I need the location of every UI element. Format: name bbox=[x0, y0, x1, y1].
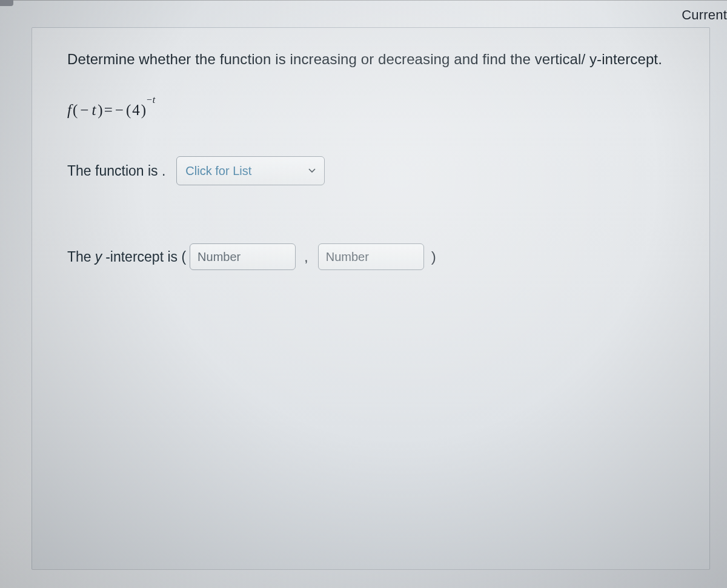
intercept-x-input[interactable]: Number bbox=[190, 243, 296, 270]
intercept-y-placeholder: Number bbox=[326, 250, 369, 264]
current-label: Current bbox=[682, 7, 727, 23]
question-panel: Determine whether the function is increa… bbox=[32, 27, 710, 570]
formula-eq: = bbox=[104, 102, 113, 119]
formula-exp-var: t bbox=[153, 94, 155, 105]
function-behavior-row: The function is . Click for List bbox=[67, 156, 680, 185]
intercept-y: y bbox=[95, 249, 102, 265]
intercept-suffix: ) bbox=[428, 248, 440, 265]
formula-base-rpar: ) bbox=[141, 102, 146, 118]
formula-neg-rhs: − bbox=[114, 102, 125, 119]
question-formula: f ( − t ) = − ( 4 ) −t bbox=[67, 102, 680, 119]
function-behavior-label: The function is . bbox=[67, 163, 165, 179]
behavior-dropdown-placeholder: Click for List bbox=[185, 164, 251, 178]
formula-exp-neg: − bbox=[146, 94, 153, 105]
intercept-prefix-a: The bbox=[67, 249, 91, 265]
formula-exponent: −t bbox=[146, 94, 155, 105]
formula-fn: f bbox=[67, 102, 71, 119]
formula-rpar: ) bbox=[98, 102, 102, 119]
intercept-prefix-b: -intercept is ( bbox=[105, 249, 186, 265]
formula-neg-arg: − bbox=[79, 102, 90, 119]
formula-base: 4 bbox=[132, 102, 140, 119]
question-prompt: Determine whether the function is increa… bbox=[67, 50, 680, 69]
panel-top-border bbox=[0, 0, 727, 1]
behavior-dropdown[interactable]: Click for List bbox=[176, 156, 325, 185]
y-intercept-row: The y -intercept is ( Number , Number ) bbox=[67, 243, 680, 270]
formula-var: t bbox=[91, 102, 96, 119]
formula-base-lpar: ( bbox=[126, 102, 131, 119]
formula-lpar: ( bbox=[73, 102, 78, 119]
tab-fragment bbox=[0, 0, 13, 6]
formula-base-rpar-wrap: ) −t bbox=[141, 102, 146, 119]
intercept-y-input[interactable]: Number bbox=[318, 243, 424, 270]
chevron-down-icon bbox=[308, 168, 316, 173]
intercept-x-placeholder: Number bbox=[198, 250, 241, 264]
intercept-comma: , bbox=[299, 248, 314, 265]
